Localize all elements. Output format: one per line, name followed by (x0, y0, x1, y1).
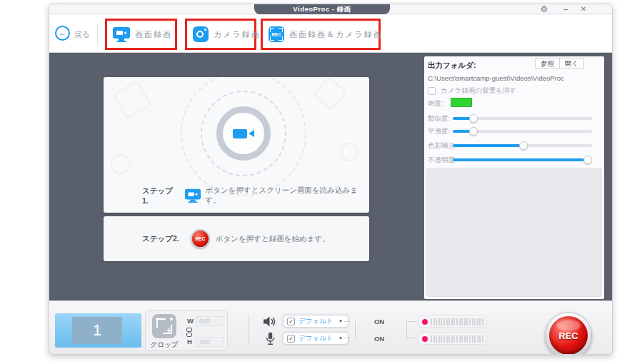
slider-track[interactable] (453, 158, 592, 161)
rec-icon: REC (191, 229, 210, 248)
connector-bracket (350, 321, 356, 338)
slider-thumb[interactable] (469, 127, 478, 136)
step2-text: ボタンを押すと録画を始めます。 (216, 234, 330, 244)
screen-record-icon (113, 26, 130, 42)
camera-record-icon (193, 26, 209, 42)
mic-status: ON (368, 335, 390, 343)
opacity-slider-row: 不透明度: (424, 155, 604, 165)
level-bars (431, 318, 483, 325)
step2-row: ステップ2. REC ボタンを押すと録画を始めます。 (142, 229, 330, 248)
source-thumbnail[interactable]: 1 (55, 313, 141, 348)
step1-prefix: ステップ1. (142, 186, 179, 205)
speaker-level-meter (418, 315, 487, 328)
output-folder-label: 出力フォルダ: (428, 61, 476, 71)
camera-launch-button[interactable] (216, 106, 271, 161)
link-aspect-icon[interactable] (186, 328, 192, 337)
step2-card: ステップ2. REC ボタンを押すと録画を始めます。 (104, 216, 369, 261)
speaker-status: ON (368, 318, 390, 325)
mic-device-name: デフォルト (299, 334, 338, 343)
browse-button[interactable]: 参照 (535, 58, 560, 69)
slider-thumb[interactable] (519, 141, 528, 150)
mic-device-dropdown[interactable]: ✓ デフォルト ▼ (283, 332, 348, 345)
slider-track[interactable] (453, 117, 592, 120)
close-button[interactable]: ✕ (578, 4, 589, 14)
gloss-highlight (556, 320, 581, 331)
mode-label: 画面録画＆カメラ録画 (289, 29, 383, 40)
slider-track[interactable] (453, 130, 592, 133)
decor-people-icon (341, 143, 359, 161)
video-camera-icon (233, 129, 254, 138)
smoothness-slider-row: 平滑度: (424, 126, 604, 136)
chevron-down-icon: ▼ (338, 336, 343, 340)
screenshot-stage: VideoProc - 録画 ⚙ – ✕ ← 戻る 画面録画 カメラ録画 (0, 0, 642, 364)
videoproc-window: VideoProc - 録画 ⚙ – ✕ ← 戻る 画面録画 カメラ録画 (49, 4, 613, 355)
crop-label: クロップ (149, 340, 180, 350)
slider-thumb[interactable] (469, 114, 478, 123)
step2-prefix: ステップ2. (142, 234, 179, 244)
decor-ticket-icon (113, 81, 151, 119)
toolbar-divider (97, 23, 98, 45)
rec-button-bezel: REC (545, 312, 592, 355)
level-bars (431, 335, 483, 343)
toolbar: ← 戻る 画面録画 カメラ録画 REC 画面録画＆カメラ (49, 15, 612, 53)
mode-label: カメラ録画 (214, 29, 261, 40)
color-correction-slider-row: 色彩補正: (424, 141, 604, 151)
step1-text: ボタンを押すとスクリーン画面を読み込みます。 (206, 186, 369, 206)
connector-bracket (406, 321, 412, 338)
slider-track[interactable] (453, 144, 592, 147)
decor-camera-icon (111, 154, 131, 174)
window-title: VideoProc - 録画 (254, 4, 390, 14)
minimize-button[interactable]: – (560, 4, 571, 14)
settings-subpanel (426, 168, 602, 297)
chevron-down-icon: ▼ (338, 319, 343, 323)
step1-row: ステップ1. ボタンを押すとスクリーン画面を読み込みます。 (142, 186, 369, 206)
mic-level-meter (418, 332, 487, 345)
back-label[interactable]: 戻る (74, 29, 90, 40)
settings-panel: 出力フォルダ: 参照 開く C:\Users\smartcamp-guest\V… (424, 56, 604, 299)
speaker-enabled-checkbox[interactable]: ✓ (287, 318, 295, 325)
crop-group: + クロップ W 640 H 360 (145, 310, 228, 351)
brightness-label: 明度: (428, 99, 443, 108)
width-label: W (187, 317, 194, 325)
titlebar: VideoProc - 録画 ⚙ – ✕ (49, 4, 612, 14)
mode-screen-record[interactable]: 画面録画 (105, 19, 177, 50)
bottom-control-bar: 1 + クロップ W 640 H 360 ✓ (49, 300, 612, 355)
level-dot (422, 319, 428, 325)
crop-button[interactable]: + (152, 314, 176, 338)
remove-bg-row: カメラ録画の背景を消す (428, 86, 516, 96)
level-dot (422, 336, 428, 342)
mode-label: 画面録画 (135, 29, 172, 40)
rec-button[interactable]: REC (549, 316, 588, 355)
brightness-swatch[interactable] (451, 98, 472, 107)
decor-gem-icon (313, 77, 347, 111)
screen-record-icon (185, 188, 201, 203)
settings-gear-icon[interactable]: ⚙ (538, 4, 550, 14)
microphone-icon (265, 332, 276, 346)
bottom-divider (249, 314, 249, 344)
slider-label: 平滑度: (428, 127, 450, 136)
speaker-icon (263, 315, 276, 328)
output-path: C:\Users\smartcamp-guest\Videos\VideoPro… (428, 74, 564, 82)
slider-label: 類似度: (428, 114, 450, 123)
step1-card: ステップ1. ボタンを押すとスクリーン画面を読み込みます。 (104, 77, 369, 213)
slider-thumb[interactable] (583, 156, 592, 164)
rec-frame-icon: REC (269, 26, 284, 42)
source-number: 1 (72, 317, 122, 344)
preview-area: ステップ1. ボタンを押すとスクリーン画面を読み込みます。 ステップ2. REC… (49, 53, 612, 300)
mode-camera-record[interactable]: カメラ録画 (185, 19, 256, 50)
mic-enabled-checkbox[interactable]: ✓ (287, 335, 295, 343)
back-button[interactable]: ← (55, 26, 70, 41)
remove-bg-label: カメラ録画の背景を消す (441, 86, 516, 96)
speaker-device-dropdown[interactable]: ✓ デフォルト ▼ (283, 315, 348, 328)
width-field[interactable]: 640 (196, 316, 224, 326)
mode-screen-and-camera-record[interactable]: REC 画面録画＆カメラ録画 (261, 19, 381, 50)
open-button[interactable]: 開く (559, 58, 584, 69)
camera-launch-rings (181, 77, 306, 196)
height-field[interactable]: 360 (196, 337, 224, 347)
height-label: H (187, 338, 192, 345)
similarity-slider-row: 類似度: (424, 113, 604, 123)
speaker-device-name: デフォルト (299, 317, 338, 326)
remove-bg-checkbox[interactable] (428, 87, 436, 95)
